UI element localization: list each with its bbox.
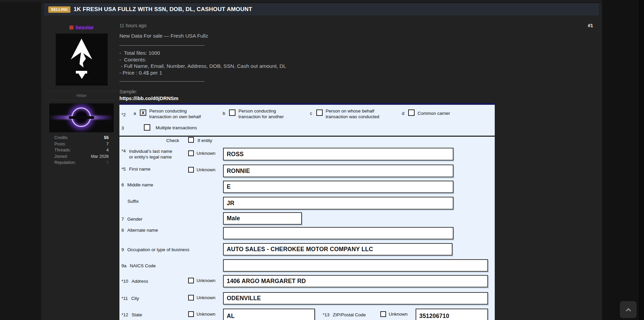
form-option-b: b Person conducting transaction for anot… — [223, 107, 284, 120]
field-number: 9 — [121, 247, 124, 252]
entity-check-suffix: If entity — [198, 138, 212, 143]
field-label-text: Occupation or type of business — [127, 247, 190, 252]
unknown-check-10: Unknown — [188, 278, 215, 283]
field-label-suffix: Suffix — [127, 199, 139, 204]
stat-row-threads: Threads: 4 — [54, 147, 109, 153]
page-right-margin — [602, 0, 644, 320]
checkbox-icon — [188, 311, 194, 317]
field-label-text: Individual's last name or entity's legal… — [129, 148, 172, 160]
status-square-icon — [69, 26, 73, 30]
field-label-alternate: 8 Alternate name — [121, 228, 158, 233]
field-input-address: 1406 ARGO MARGARET RD — [223, 275, 488, 287]
scrollbar-track[interactable] — [639, 0, 644, 320]
author-usergroup-title: Hitter — [44, 91, 119, 100]
field-input-last-name: ROSS — [223, 148, 453, 161]
field-label-address: *10 Address — [121, 279, 148, 284]
field-input-first-name: RONNIE — [223, 165, 453, 177]
checkbox-icon — [144, 124, 150, 131]
stat-value: 55 — [104, 135, 109, 141]
option-letter: b — [223, 111, 227, 116]
stat-value: 7 — [106, 141, 109, 147]
selling-badge[interactable]: SELLING — [48, 6, 70, 13]
thread-container: SELLING 1K FRESH USA FULLZ WITH SSN, DOB… — [41, 3, 602, 320]
field-input-middle-name: E — [223, 181, 453, 193]
option-label-line2: transaction for another — [238, 114, 284, 119]
unknown-label: Unknown — [197, 151, 215, 156]
stat-label: Credits — [54, 135, 68, 141]
checkbox-icon — [188, 295, 194, 301]
checkbox-icon — [408, 109, 415, 116]
field-number: 8 — [121, 228, 124, 233]
stat-row-joined: Joined: Mar 2026 — [54, 153, 109, 160]
stat-row-credits: Credits 55 — [54, 135, 109, 141]
stat-row-posts: Posts: 7 — [54, 141, 109, 147]
sample-form-image[interactable]: *2 a X Person conducting transaction on … — [119, 103, 495, 320]
field-label-line2: or entity's legal name — [129, 154, 172, 159]
scroll-to-top-button[interactable] — [620, 301, 637, 318]
author-stats: Credits 55 Posts: 7 Threads: 4 Joined: M… — [54, 135, 109, 166]
stat-label: Threads: — [54, 147, 71, 153]
chevron-up-icon — [626, 308, 631, 314]
form-option-c: c Person on whose behalf transaction was… — [310, 107, 379, 120]
form-item3-number: 3 — [121, 126, 124, 131]
unknown-check-13: Unknown — [380, 311, 408, 317]
entity-check-label: Check — [152, 138, 179, 143]
author-avatar[interactable] — [56, 34, 108, 86]
field-label-text: Suffix — [127, 199, 139, 204]
field-number: *4 — [121, 148, 126, 153]
field-label-gender: 7 Gender — [121, 217, 143, 222]
field-input-city: ODENVILLE — [223, 292, 488, 305]
form-option-d: d Common carrier — [402, 107, 450, 116]
field-input-zip: 351206710 — [416, 309, 488, 320]
unknown-label: Unknown — [197, 167, 215, 172]
unknown-check-11: Unknown — [188, 295, 215, 301]
stat-label: Posts: — [54, 141, 66, 147]
checkbox-icon — [188, 150, 194, 156]
option-label-line1: Common carrier — [418, 111, 450, 116]
checkbox-icon — [229, 109, 235, 116]
post-divider — [119, 81, 205, 82]
option-label-line1: Person conducting — [238, 108, 276, 113]
option-letter: d — [402, 111, 406, 116]
unknown-label: Unknown — [197, 312, 215, 317]
thread-title-bar: SELLING 1K FRESH USA FULLZ WITH SSN, DOB… — [44, 3, 599, 15]
field-label-text: Middle name — [127, 182, 153, 187]
sample-link[interactable]: https://ibb.co/d0jDRNSm — [119, 95, 178, 101]
field-input-state: AL — [223, 309, 315, 320]
black-hole-slit — [69, 116, 94, 119]
post-details-text: - Total files: 1000 - Contents: - Full N… — [119, 50, 286, 76]
form-item2-number: *2 — [121, 112, 126, 117]
form-option-a: a X Person conducting transaction on own… — [133, 107, 201, 120]
unknown-check-4: Unknown — [188, 150, 215, 156]
stat-label: Joined: — [54, 153, 68, 160]
field-number: 7 — [121, 217, 124, 222]
field-number: *10 — [121, 279, 128, 284]
post-number-link[interactable]: #1 — [588, 23, 593, 28]
option-label-line2: transaction was conducted — [326, 114, 379, 119]
stat-value: Mar 2026 — [91, 153, 109, 160]
checkbox-icon — [316, 109, 323, 116]
field-label-text: Alternate name — [127, 228, 158, 233]
field-label-text: City — [131, 296, 139, 301]
stat-label: Reputation: — [54, 159, 76, 166]
field-input-alternate — [223, 227, 453, 239]
field-input-suffix: JR — [223, 197, 453, 210]
option-label-line1: Person conducting — [149, 108, 187, 113]
option-label: Person conducting transaction for anothe… — [238, 107, 284, 120]
thread-title: 1K FRESH USA FULLZ WITH SSN, DOB, DL, CA… — [73, 6, 252, 13]
field-label-5: *5 First name — [121, 167, 151, 172]
unknown-label: Unknown — [197, 278, 215, 283]
field-label-occupation: 9 Occupation or type of business — [121, 247, 190, 252]
form-item3-label: Multiple transactions — [156, 125, 197, 130]
unknown-check-12: Unknown — [188, 311, 215, 317]
post-divider — [119, 45, 205, 46]
checkbox-icon — [188, 167, 194, 173]
author-username-link[interactable]: hexvior — [76, 25, 94, 30]
post-body: 11 hours ago #1 New Data For sale — Fres… — [119, 15, 599, 320]
field-label-4: *4 Individual's last name or entity's le… — [121, 148, 172, 160]
checkbox-icon — [188, 278, 194, 283]
option-label-line2: transaction on own behalf — [149, 114, 201, 119]
option-label: Person conducting transaction on own beh… — [149, 107, 201, 120]
field-input-occupation: AUTO SALES - CHEROKEE MOTOR COMPANY LLC — [223, 243, 452, 256]
field-label-text: State — [131, 312, 142, 317]
